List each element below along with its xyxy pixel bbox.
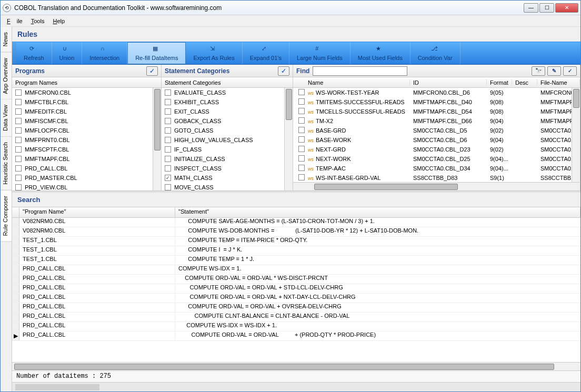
program-row[interactable]: MMFSCPTF.CBL: [12, 145, 153, 154]
col-id[interactable]: ID: [410, 79, 487, 86]
find-row[interactable]: wsNEXT-GRDSM0CCTA0.CBL_D239(02)SM0CCTA0.: [293, 145, 572, 154]
program-row[interactable]: MMFISCMF.CBL: [12, 116, 153, 126]
maximize-button[interactable]: ☐: [539, 3, 554, 13]
find-list[interactable]: wsWS-WORK-TEST-YEARMMFCRON0.CBL_D69(05)M…: [293, 88, 572, 182]
col-statement[interactable]: "Statement": [175, 207, 580, 217]
search-row[interactable]: PRD_CALL.CBLCOMPUTE WS-IDX = 1.: [12, 265, 580, 275]
category-row[interactable]: EVALUATE_CLASS: [162, 88, 284, 97]
find-edit-button[interactable]: ✎: [547, 66, 561, 76]
find-row[interactable]: wsWS-WORK-TEST-YEARMMFCRON0.CBL_D69(05)M…: [293, 88, 572, 97]
union-button[interactable]: ∪Union: [52, 42, 83, 64]
checkbox[interactable]: [298, 155, 305, 162]
program-row[interactable]: MMFCTBLF.CBL: [12, 97, 153, 107]
mostused-button[interactable]: ★Most Used Fields: [350, 42, 410, 64]
tab-heuristic-search[interactable]: Heuristic Search: [1, 137, 12, 190]
find-row[interactable]: wsBASE-WORKSM0CCTA0.CBL_D69(04)SM0CCTA0.: [293, 135, 572, 145]
expand-button[interactable]: ⤢Expand 01's: [243, 42, 289, 64]
search-row[interactable]: PRD_CALL.CBL COMPUTE ORD-VAL = ORD-VAL +…: [12, 303, 580, 313]
refill-button[interactable]: ▦Re-fill DataItems: [127, 42, 186, 64]
find-scrollbar[interactable]: [572, 88, 580, 182]
find-search-button[interactable]: 🔭: [532, 66, 545, 76]
large-num-button[interactable]: #Large Num Fields: [289, 42, 350, 64]
checkbox[interactable]: [298, 127, 305, 133]
find-row[interactable]: wsTMCELLS-SUCCESSFUL-READSMMFTMAPF.CBL_D…: [293, 107, 572, 116]
col-name[interactable]: Name: [305, 79, 410, 86]
tab-data-view[interactable]: Data View: [1, 99, 12, 137]
program-row[interactable]: MMFEDITF.CBL: [12, 107, 153, 116]
program-row[interactable]: MMFTMAPF.CBL: [12, 154, 153, 164]
category-row[interactable]: INITIALIZE_CLASS: [162, 154, 284, 164]
categories-check-button[interactable]: ✓: [278, 66, 289, 76]
checkbox[interactable]: [298, 136, 305, 143]
checkbox[interactable]: [298, 108, 305, 114]
checkbox[interactable]: [165, 99, 171, 105]
menu-help[interactable]: Help: [49, 17, 68, 25]
search-row[interactable]: PRD_CALL.CBL COMPUTE ORD-VAL = ORD-VAL *…: [12, 275, 580, 284]
checkbox[interactable]: [298, 146, 305, 152]
search-row[interactable]: PRD_CALL.CBL COMPUTE CLNT-BALANCE = CLNT…: [12, 313, 580, 322]
program-row[interactable]: MMFLOCPF.CBL: [12, 126, 153, 135]
checkbox[interactable]: [15, 165, 22, 172]
program-row[interactable]: PRD_CALL.CBL: [12, 164, 153, 173]
search-row[interactable]: ▶PRD_CALL.CBL COMPUTE ORD-VAL = ORD-VAL …: [12, 331, 580, 341]
checkbox[interactable]: [165, 165, 171, 172]
menu-tools[interactable]: Tools: [28, 17, 48, 25]
programs-check-button[interactable]: ✓: [146, 66, 158, 76]
search-grid[interactable]: V082NRM0.CBL COMPUTE SAVE-AGE-MONTHS = (…: [12, 218, 580, 362]
refresh-button[interactable]: ⟳Refresh: [16, 42, 52, 64]
find-row[interactable]: wsTM-X2MMFTMAPF.CBL_D669(04)MMFTMAPF: [293, 116, 572, 126]
search-row[interactable]: V082NRM0.CBL COMPUTE WS-DOB-MONTHS = (L-…: [12, 227, 580, 237]
categories-list[interactable]: EVALUATE_CLASSEXHIBIT_CLASSEXIT_CLASSGOB…: [162, 88, 284, 190]
checkbox[interactable]: [298, 174, 305, 180]
program-row[interactable]: MMFPRNT0.CBL: [12, 135, 153, 145]
find-row[interactable]: wsWS-INT-BASE-GRD-VALSS8CCTBB_D83S9(1)SS…: [293, 173, 572, 182]
checkbox[interactable]: [165, 108, 171, 115]
checkbox[interactable]: [298, 117, 305, 124]
programs-scrollbar[interactable]: [153, 88, 161, 190]
checkbox[interactable]: [15, 89, 22, 96]
checkbox[interactable]: [165, 118, 171, 124]
checkbox[interactable]: [15, 99, 22, 105]
category-row[interactable]: MOVE_CLASS: [162, 183, 284, 190]
checkbox[interactable]: [165, 184, 171, 190]
category-row[interactable]: GOBACK_CLASS: [162, 116, 284, 126]
tab-rule-composer[interactable]: Rule Composer: [1, 190, 12, 242]
search-row[interactable]: PRD_CALL.CBL COMPUTE ORD-VAL = ORD-VAL +…: [12, 294, 580, 303]
checkbox[interactable]: [165, 137, 171, 143]
col-format[interactable]: Format: [487, 79, 512, 86]
checkbox[interactable]: [298, 89, 305, 95]
search-row[interactable]: TEST_1.CBL COMPUTE TEMP = 1 * J.: [12, 256, 580, 265]
category-row[interactable]: INSPECT_CLASS: [162, 164, 284, 173]
checkbox[interactable]: [15, 127, 22, 134]
category-row[interactable]: ✓MATH_CLASS: [162, 173, 284, 183]
programs-list[interactable]: MMFCRON0.CBLMMFCTBLF.CBLMMFEDITF.CBLMMFI…: [12, 88, 153, 190]
find-row[interactable]: wsTMITEMS-SUCCESSFUL-READSMMFTMAPF.CBL_D…: [293, 97, 572, 107]
find-hscroll[interactable]: [293, 182, 580, 190]
checkbox[interactable]: [15, 156, 22, 162]
program-row[interactable]: PRD_MASTER.CBL: [12, 173, 153, 183]
intersection-button[interactable]: ∩Intersection: [82, 42, 127, 64]
condvar-button[interactable]: ⎇Condition Var: [410, 42, 460, 64]
program-row[interactable]: MMFCRON0.CBL: [12, 88, 153, 97]
tab-news[interactable]: News: [1, 27, 12, 53]
col-program-name[interactable]: "Program Name": [19, 207, 175, 217]
find-input[interactable]: [313, 66, 407, 76]
checkbox[interactable]: [165, 156, 171, 162]
search-row[interactable]: TEST_1.CBL COMPUTE I = J * K.: [12, 246, 580, 256]
checkbox[interactable]: [15, 146, 22, 153]
col-filename[interactable]: File-Name: [537, 79, 580, 86]
minimize-button[interactable]: —: [524, 3, 538, 13]
category-row[interactable]: HIGH_LOW_VALUES_CLASS: [162, 135, 284, 145]
checkbox[interactable]: [15, 108, 22, 115]
checkbox[interactable]: [165, 89, 171, 96]
menu-file[interactable]: File: [4, 17, 26, 25]
checkbox[interactable]: [298, 98, 305, 105]
col-desc[interactable]: Desc: [512, 79, 537, 86]
search-row[interactable]: TEST_1.CBL COMPUTE TEMP = ITEM-PRICE * O…: [12, 237, 580, 246]
find-row[interactable]: wsBASE-GRDSM0CCTA0.CBL_D59(02)SM0CCTA0.: [293, 126, 572, 135]
checkbox[interactable]: [15, 118, 22, 124]
find-row[interactable]: wsTEMP-AACSM0CCTA0.CBL_D349(04)...SM0CCT…: [293, 164, 572, 173]
categories-scrollbar[interactable]: [284, 88, 293, 190]
search-row[interactable]: PRD_CALL.CBL COMPUTE ORD-VAL = ORD-VAL +…: [12, 284, 580, 294]
export-button[interactable]: ⇲Export As Rules: [186, 42, 242, 64]
